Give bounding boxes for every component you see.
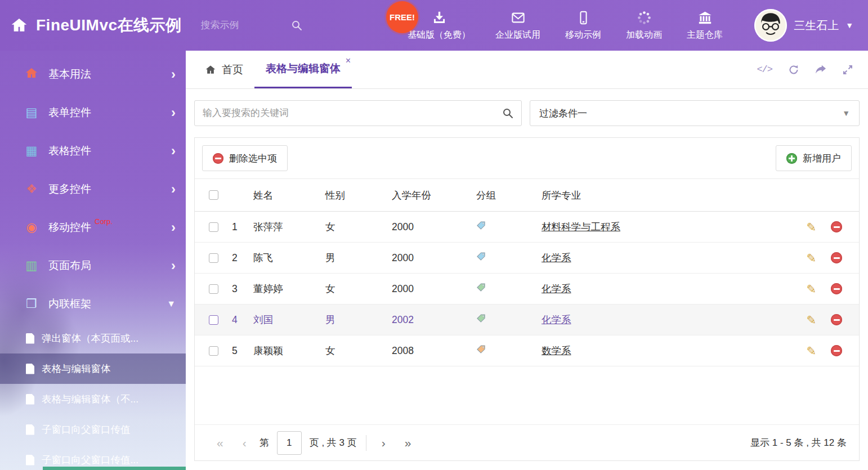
expand-icon[interactable] <box>842 64 853 75</box>
search-icon[interactable] <box>291 20 302 31</box>
cell-year: 2008 <box>390 345 474 357</box>
pagination-bar: « ‹ 第 页 , 共 3 页 › » 显示 1 - 5 条 , 共 12 条 <box>195 424 859 460</box>
cell-gender: 女 <box>323 220 390 234</box>
row-checkbox[interactable] <box>209 346 218 356</box>
corp-badge: Corp. <box>95 217 113 226</box>
row-checkbox[interactable] <box>209 315 218 325</box>
cell-group <box>474 221 539 233</box>
sidebar-child-child-to-parent-2[interactable]: 子窗口向父窗口传值... <box>0 445 186 470</box>
sidebar-item-page-layout[interactable]: ▥ 页面布局 › <box>0 247 186 285</box>
sidebar-item-more-controls[interactable]: ❖ 更多控件 › <box>0 170 186 208</box>
cell-name: 董婷婷 <box>251 282 323 296</box>
forward-icon[interactable] <box>815 64 826 75</box>
column-header-major[interactable]: 所学专业 <box>539 189 786 202</box>
column-header-group[interactable]: 分组 <box>474 189 539 202</box>
major-link[interactable]: 材料科学与工程系 <box>542 221 620 232</box>
delete-row-icon[interactable] <box>831 252 842 263</box>
sidebar-item-grid-controls[interactable]: ▦ 表格控件 › <box>0 132 186 170</box>
table-row[interactable]: 3 董婷婷 女 2000 化学系 ✎ <box>195 274 859 305</box>
edit-icon[interactable]: ✎ <box>806 283 816 295</box>
keyword-search-input[interactable] <box>203 108 502 119</box>
edit-icon[interactable]: ✎ <box>806 221 816 233</box>
cell-name: 陈飞 <box>251 251 323 265</box>
search-icon[interactable] <box>502 108 513 119</box>
row-number: 5 <box>230 345 251 357</box>
cell-name: 刘国 <box>251 313 323 326</box>
tab-actions: </> <box>757 51 860 88</box>
filter-dropdown[interactable]: 过滤条件一 ▼ <box>530 100 860 126</box>
tab-home[interactable]: 首页 <box>194 51 254 88</box>
cell-group <box>474 283 539 295</box>
row-number: 3 <box>230 283 251 295</box>
tab-grid-edit-window[interactable]: 表格与编辑窗体 × <box>254 51 352 88</box>
table-row[interactable]: 2 陈飞 男 2000 化学系 ✎ <box>195 243 859 274</box>
next-page-icon[interactable]: › <box>372 437 395 449</box>
close-icon[interactable]: × <box>346 56 351 66</box>
sidebar-child-child-to-parent[interactable]: 子窗口向父窗口传值 <box>0 414 186 445</box>
add-user-button[interactable]: 新增用户 <box>776 145 852 171</box>
avatar[interactable] <box>754 9 787 42</box>
column-header-name[interactable]: 姓名 <box>251 189 323 202</box>
row-checkbox[interactable] <box>209 284 218 294</box>
sidebar: 基本用法 › ▤ 表单控件 › ▦ 表格控件 › ❖ 更多控件 › <box>0 51 186 470</box>
cell-name: 张萍萍 <box>251 220 323 234</box>
sidebar-child-popup-window[interactable]: 弹出窗体（本页面或... <box>0 323 186 353</box>
tag-icon <box>476 283 486 292</box>
download-icon <box>432 10 447 25</box>
user-menu[interactable]: 三生石上 ▼ <box>754 9 868 42</box>
table-row[interactable]: 4 刘国 男 2002 化学系 ✎ <box>195 305 859 335</box>
major-link[interactable]: 化学系 <box>542 283 571 294</box>
chevron-right-icon: › <box>171 259 176 272</box>
row-checkbox[interactable] <box>209 253 218 263</box>
nav-item-enterprise-trial[interactable]: 企业版试用 <box>495 10 540 41</box>
grid-panel: 删除选中项 新增用户 姓名 性别 入学年份 分组 所 <box>194 137 860 461</box>
cell-group <box>474 314 539 326</box>
brand[interactable]: FineUIMvc在线示例 <box>0 15 182 36</box>
edit-icon[interactable]: ✎ <box>806 314 816 326</box>
delete-row-icon[interactable] <box>831 283 842 294</box>
page-number-input[interactable] <box>277 431 302 455</box>
refresh-icon[interactable] <box>788 64 799 75</box>
select-all-checkbox[interactable] <box>209 190 218 200</box>
chevron-down-icon: ▼ <box>842 109 850 118</box>
prev-page-icon[interactable]: ‹ <box>233 437 256 449</box>
sidebar-item-mobile-controls[interactable]: ◉ 移动控件 Corp. › <box>0 208 186 247</box>
column-header-gender[interactable]: 性别 <box>323 189 390 202</box>
major-link[interactable]: 化学系 <box>542 314 571 325</box>
file-icon <box>26 424 34 435</box>
cell-gender: 男 <box>323 313 390 326</box>
delete-row-icon[interactable] <box>831 345 842 356</box>
major-link[interactable]: 数学系 <box>542 345 571 356</box>
sidebar-item-label: 表格控件 <box>48 144 91 158</box>
tab-label: 首页 <box>222 62 243 77</box>
column-header-year[interactable]: 入学年份 <box>390 189 474 202</box>
edit-icon[interactable]: ✎ <box>806 252 816 264</box>
edit-icon[interactable]: ✎ <box>806 345 816 357</box>
sidebar-item-label: 移动控件 <box>48 220 91 235</box>
sidebar-child-label: 表格与编辑窗体（不... <box>42 392 138 406</box>
code-icon[interactable]: </> <box>757 64 772 75</box>
nav-item-mobile-demo[interactable]: 移动示例 <box>565 10 601 41</box>
sidebar-item-iframe[interactable]: ❐ 内联框架 ▼ <box>0 285 186 323</box>
sidebar-child-grid-edit-window[interactable]: 表格与编辑窗体 <box>0 353 186 384</box>
table-row[interactable]: 1 张萍萍 女 2000 材料科学与工程系 ✎ <box>195 212 859 243</box>
sidebar-item-basic-usage[interactable]: 基本用法 › <box>0 55 186 93</box>
nav-item-theme-repo[interactable]: 主题仓库 <box>687 10 723 41</box>
sidebar-child-grid-edit-window-2[interactable]: 表格与编辑窗体（不... <box>0 384 186 414</box>
row-checkbox[interactable] <box>209 222 218 232</box>
chevron-down-icon: ▼ <box>167 299 176 308</box>
sidebar-item-form-controls[interactable]: ▤ 表单控件 › <box>0 93 186 132</box>
sidebar-child-label: 子窗口向父窗口传值... <box>42 453 138 467</box>
table-row[interactable]: 5 康颖颖 女 2008 数学系 ✎ <box>195 335 859 366</box>
delete-row-icon[interactable] <box>831 221 842 232</box>
cell-year: 2002 <box>390 314 474 326</box>
delete-row-icon[interactable] <box>831 314 842 325</box>
chevron-right-icon: › <box>171 221 176 234</box>
nav-item-loading-animation[interactable]: 加载动画 <box>626 10 662 41</box>
first-page-icon[interactable]: « <box>207 437 233 449</box>
delete-selected-button[interactable]: 删除选中项 <box>202 145 288 171</box>
last-page-icon[interactable]: » <box>395 437 421 449</box>
cell-group <box>474 344 539 357</box>
header-search-input[interactable] <box>201 20 291 31</box>
major-link[interactable]: 化学系 <box>542 252 571 263</box>
